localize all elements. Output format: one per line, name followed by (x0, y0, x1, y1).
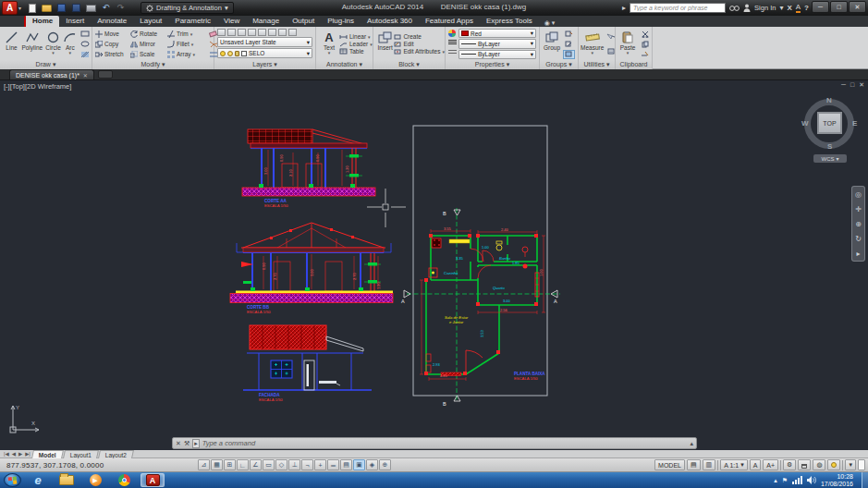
layer-lock-state-icon[interactable] (235, 51, 239, 56)
viewcube-wcs-menu[interactable]: WCS▾ (813, 154, 847, 163)
tab-express-tools[interactable]: Express Tools (480, 16, 539, 27)
viewcube-top-face[interactable]: TOP (817, 112, 842, 134)
layers-panel-label[interactable]: Layers ▾ (214, 60, 315, 69)
drawing-area[interactable]: 3.00 0.90 2.10 0.90 1.20 CORTE AA ESCALA… (0, 80, 868, 450)
navigation-wheel-icon[interactable]: ◎ (855, 190, 862, 199)
show-desktop-button[interactable] (862, 472, 868, 488)
linetype-dropdown[interactable]: ByLayer▾ (458, 50, 536, 59)
selection-cycling-toggle[interactable]: ◈ (366, 459, 378, 470)
trim-button[interactable]: Trim▾ (167, 29, 206, 39)
arc-button[interactable]: Arc ▾ (64, 28, 78, 60)
hardware-acceleration-button[interactable]: ◍ (813, 459, 825, 470)
move-button[interactable]: Move (95, 29, 130, 39)
plot-button[interactable] (85, 3, 97, 14)
layer-off-icon[interactable] (227, 29, 236, 36)
tab-layout2[interactable]: Layout2 (98, 450, 134, 458)
layer-bulb-icon[interactable] (220, 51, 226, 56)
properties-panel-label[interactable]: Properties ▾ (446, 60, 539, 69)
network-icon[interactable] (792, 476, 802, 484)
grid-display-toggle[interactable]: ⊞ (224, 459, 236, 470)
copy-clip-button[interactable] (639, 40, 651, 49)
tab-last-icon[interactable]: ▶| (24, 451, 31, 457)
volume-icon[interactable] (807, 476, 816, 484)
app-status-menu-button[interactable]: ▾ (845, 459, 856, 470)
quick-properties-toggle[interactable]: ▣ (353, 459, 365, 470)
taskbar-clock[interactable]: 10:28 17/08/2016 (821, 473, 853, 488)
command-tools-icon[interactable]: ⚒ (184, 440, 189, 447)
save-as-button[interactable] (70, 3, 82, 14)
layer-state-dropdown[interactable]: Unsaved Layer State▾ (217, 37, 312, 47)
object-color-dropdown[interactable]: Red▾ (458, 29, 536, 38)
app-menu-button[interactable]: A (2, 1, 18, 15)
annotation-monitor-toggle[interactable]: ⊕ (379, 459, 391, 470)
tray-expand-icon[interactable]: ▴ (774, 477, 777, 484)
groups-panel-label[interactable]: Groups ▾ (540, 60, 578, 69)
open-button[interactable] (41, 3, 53, 14)
3d-object-snap-toggle[interactable]: ◇ (275, 459, 287, 470)
fillet-button[interactable]: Fillet▾ (167, 39, 206, 49)
polar-tracking-toggle[interactable]: ∠ (250, 459, 262, 470)
match-properties-button[interactable] (639, 50, 651, 59)
clean-screen-button[interactable] (858, 459, 865, 470)
annotation-visibility-button[interactable]: A (750, 459, 762, 470)
dynamic-ucs-toggle[interactable]: ¬ (301, 459, 313, 470)
doc-restore-button[interactable]: □ (850, 81, 854, 89)
viewcube-north[interactable]: N (826, 96, 832, 104)
quick-view-layouts-button[interactable]: ▤ (687, 459, 701, 470)
minimize-button[interactable]: ─ (812, 1, 829, 13)
tab-layout1[interactable]: Layout1 (63, 450, 99, 458)
app-menu-dropdown-icon[interactable]: ▾ (18, 5, 21, 11)
ortho-mode-toggle[interactable]: ∟ (237, 459, 249, 470)
command-close-icon[interactable]: ✕ (176, 440, 181, 447)
command-input[interactable] (202, 439, 688, 448)
group-edit-button[interactable] (563, 40, 575, 49)
circle-button[interactable]: Circle ▾ (44, 28, 63, 60)
help-icon[interactable]: ? (804, 4, 809, 12)
command-history-icon[interactable]: ▴ (690, 440, 693, 447)
array-button[interactable]: Array▾ (167, 49, 206, 59)
layer-dropdown[interactable]: SELO▾ (217, 48, 312, 58)
tab-next-icon[interactable]: ▶ (18, 451, 23, 457)
block-panel-label[interactable]: Block ▾ (373, 60, 445, 69)
model-space-button[interactable]: MODEL (654, 459, 685, 470)
create-block-button[interactable]: Create (394, 33, 445, 40)
group-manager-button[interactable] (563, 50, 575, 59)
new-drawing-tab-button[interactable] (98, 70, 113, 79)
undo-button[interactable]: ↶ (100, 3, 112, 14)
layer-properties-icon[interactable] (217, 29, 226, 36)
tab-model[interactable]: Model (31, 450, 64, 458)
layer-freeze-icon[interactable] (248, 29, 256, 36)
new-button[interactable] (26, 3, 38, 14)
tab-view[interactable]: View (217, 16, 246, 27)
stretch-button[interactable]: Stretch (95, 49, 130, 59)
snap-mode-toggle[interactable]: ▦ (211, 459, 223, 470)
command-recent-icon[interactable]: ▸ (192, 439, 200, 448)
tab-annotate[interactable]: Annotate (91, 16, 133, 27)
orbit-icon[interactable]: ↻ (855, 235, 862, 243)
layer-lock-icon[interactable] (258, 29, 266, 36)
layer-isolate-icon[interactable] (238, 29, 246, 36)
ungroup-button[interactable] (563, 30, 575, 39)
tab-featured-apps[interactable]: Featured Apps (419, 16, 480, 27)
quick-view-drawings-button[interactable]: ▥ (703, 459, 716, 470)
rectangle-button[interactable] (79, 30, 91, 39)
object-snap-toggle[interactable]: ▭ (263, 459, 275, 470)
clipboard-panel-label[interactable]: Clipboard (616, 60, 652, 69)
start-button[interactable] (4, 473, 21, 487)
taskbar-internet-explorer[interactable]: e (26, 473, 50, 487)
table-button[interactable]: Table (339, 48, 373, 55)
action-center-flag-icon[interactable]: ⚑ (782, 477, 788, 484)
infocenter-expand-icon[interactable]: ▸ (622, 4, 626, 12)
tab-autodesk360[interactable]: Autodesk 360 (361, 16, 419, 27)
insert-button[interactable]: Insert (376, 28, 394, 60)
annotation-scale-button[interactable]: A 1:1 ▾ (720, 459, 747, 470)
tab-plugins[interactable]: Plug-ins (321, 16, 361, 27)
dynamic-input-toggle[interactable]: + (314, 459, 326, 470)
object-snap-tracking-toggle[interactable]: ⊥ (288, 459, 300, 470)
isolate-objects-button[interactable] (827, 459, 840, 470)
leader-button[interactable]: Leader▾ (339, 41, 373, 47)
tab-prev-icon[interactable]: ◀ (11, 451, 17, 457)
taskbar-media-player[interactable]: ▶ (83, 473, 107, 487)
layer-match-icon[interactable] (268, 29, 276, 36)
file-tab-active[interactable]: DENISE okk casa (1)* ✕ (9, 69, 94, 79)
